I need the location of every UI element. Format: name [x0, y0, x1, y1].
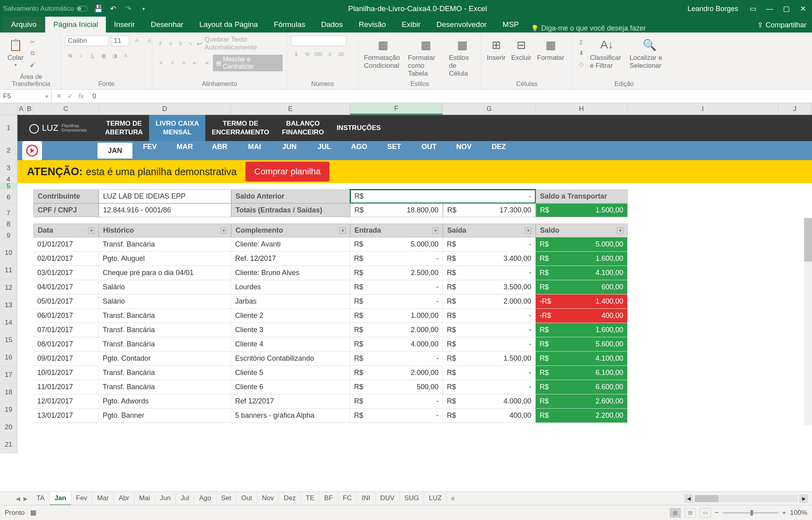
value-contribuinte[interactable]: LUZ LAB DE IDEIAS EPP: [99, 189, 231, 203]
cell-data[interactable]: 09/01/2017: [33, 352, 99, 366]
month-tab-fev[interactable]: FEV: [132, 143, 167, 159]
paste-button[interactable]: 📋 Colar ▾: [6, 36, 25, 68]
th-entrada[interactable]: Entrada▾: [350, 224, 443, 237]
sheet-nav-prev-icon[interactable]: ◀: [16, 495, 20, 502]
row-header[interactable]: 15: [0, 331, 17, 349]
col-header-c[interactable]: C: [33, 103, 99, 115]
sheet-tab-set[interactable]: Set: [216, 492, 237, 505]
font-size-combo[interactable]: 11: [111, 36, 129, 46]
sheet-tab-fev[interactable]: Fev: [71, 492, 92, 505]
value-cpf[interactable]: 12.844.916 - 0001/86: [99, 203, 231, 217]
filter-icon[interactable]: ▾: [339, 228, 346, 234]
sheet-tab-jul[interactable]: Jul: [176, 492, 195, 505]
cond-format-button[interactable]: ▦Formatação Condicional: [362, 36, 404, 71]
month-tab-jun[interactable]: JUN: [272, 143, 307, 159]
cell-saida[interactable]: R$3.500,00: [443, 280, 536, 294]
align-middle-icon[interactable]: ≡: [166, 38, 174, 49]
view-normal-icon[interactable]: ▦: [670, 508, 681, 518]
month-tab-dez[interactable]: DEZ: [481, 143, 516, 159]
cell-saida[interactable]: R$-: [443, 337, 536, 352]
row-header[interactable]: 19: [0, 401, 17, 419]
cell-saida[interactable]: R$2.000,00: [443, 294, 536, 309]
cell-historico[interactable]: Pgto. Banner: [99, 409, 231, 423]
find-select-button[interactable]: 🔍Localizar e Selecionar: [628, 36, 672, 71]
cell-data[interactable]: 04/01/2017: [33, 280, 99, 294]
cell-entrada[interactable]: R$-: [350, 294, 443, 309]
share-button[interactable]: ⇪ Compartilhar: [752, 17, 812, 32]
new-sheet-button[interactable]: ⊕: [447, 493, 459, 504]
align-left-icon[interactable]: ≡: [156, 58, 166, 68]
month-tab-out[interactable]: OUT: [412, 143, 446, 159]
cell-complemento[interactable]: Cliente 4: [231, 337, 350, 352]
cell-entrada[interactable]: R$-: [350, 394, 443, 409]
sheet-tab-ini[interactable]: INI: [357, 492, 375, 505]
tab-layout[interactable]: Layout da Página: [192, 17, 266, 32]
cell-complemento[interactable]: Cliente 6: [231, 380, 350, 394]
filter-icon[interactable]: ▾: [88, 228, 94, 234]
save-icon[interactable]: 💾: [94, 4, 103, 13]
th-historico[interactable]: Histórico▾: [99, 224, 231, 237]
cell-historico[interactable]: Transf. Bancária: [99, 366, 231, 380]
cell-data[interactable]: 08/01/2017: [33, 337, 99, 352]
cell-complemento[interactable]: Cliente 2: [231, 309, 350, 323]
cell-entrada[interactable]: R$5.000,00: [350, 237, 443, 252]
cell-entrada[interactable]: R$500,00: [350, 380, 443, 394]
row-header[interactable]: 20: [0, 419, 17, 436]
nav-livro-caixa[interactable]: LIVRO CAIXAMENSAL: [149, 115, 205, 141]
sort-filter-button[interactable]: A↓Classificar e Filtrar: [588, 36, 626, 71]
sheet-tab-nov[interactable]: Nov: [257, 492, 279, 505]
month-tab-ago[interactable]: AGO: [342, 143, 377, 159]
filter-icon[interactable]: ▾: [432, 228, 439, 234]
nav-instrucoes[interactable]: INSTRUÇÕES: [330, 115, 387, 141]
row-header[interactable]: 9: [0, 228, 17, 244]
cell-data[interactable]: 10/01/2017: [33, 366, 99, 380]
month-tab-abr[interactable]: ABR: [202, 143, 237, 159]
minimize-icon[interactable]: —: [764, 3, 776, 15]
cell-data[interactable]: 03/01/2017: [33, 266, 99, 280]
cell-complemento[interactable]: Ref. 12/2017: [231, 252, 350, 266]
nav-termo-abertura[interactable]: TERMO DEABERTURA: [99, 115, 149, 141]
month-tab-mai[interactable]: MAI: [237, 143, 272, 159]
month-tab-mar[interactable]: MAR: [167, 143, 202, 159]
cell-complemento[interactable]: Escritório Contabilizando: [231, 352, 350, 366]
row-header[interactable]: 21: [0, 436, 17, 453]
cut-icon[interactable]: ✂: [28, 37, 37, 47]
zoom-out-icon[interactable]: −: [715, 509, 719, 517]
sheet-tab-abr[interactable]: Abr: [114, 492, 134, 505]
play-button[interactable]: [22, 141, 42, 160]
align-center-icon[interactable]: ≡: [168, 58, 178, 68]
zoom-slider[interactable]: [723, 512, 778, 514]
col-header-e[interactable]: E: [231, 103, 350, 115]
formula-input[interactable]: 0: [88, 92, 812, 100]
cell-data[interactable]: 07/01/2017: [33, 323, 99, 337]
undo-icon[interactable]: ↶: [109, 4, 118, 13]
wrap-text-button[interactable]: ↩ Quebrar Texto Automaticamente: [197, 36, 283, 52]
horizontal-scrollbar[interactable]: ◀ ▶: [684, 494, 812, 503]
row-header[interactable]: 1: [0, 115, 17, 141]
underline-icon[interactable]: S: [87, 51, 98, 61]
cell-historico[interactable]: Salário: [99, 280, 231, 294]
filter-icon[interactable]: ▾: [525, 228, 531, 234]
decimal-dec-icon[interactable]: .00: [335, 49, 346, 59]
currency-icon[interactable]: $: [291, 49, 301, 59]
decimal-inc-icon[interactable]: .0: [324, 49, 335, 59]
select-all-button[interactable]: [0, 103, 17, 115]
tab-file[interactable]: Arquivo: [3, 17, 44, 32]
cell-data[interactable]: 02/01/2017: [33, 252, 99, 266]
tab-msp[interactable]: MSP: [495, 17, 527, 32]
cell-entrada[interactable]: R$1.000,00: [350, 309, 443, 323]
name-box[interactable]: F5 ▾: [0, 90, 52, 103]
buy-button[interactable]: Comprar planilha: [245, 162, 329, 182]
cell-saida[interactable]: R$1.500,00: [443, 352, 536, 366]
nav-balanco[interactable]: BALANÇOFINANCEIRO: [276, 115, 330, 141]
copy-icon[interactable]: ⧉: [28, 48, 37, 58]
cell-historico[interactable]: Pgto. Contador: [99, 352, 231, 366]
indent-right-icon[interactable]: ⇥: [202, 58, 212, 68]
cell-historico[interactable]: Transf. Bancária: [99, 380, 231, 394]
tab-draw[interactable]: Desenhar: [143, 17, 191, 32]
col-header-d[interactable]: D: [99, 103, 231, 115]
close-icon[interactable]: ✕: [797, 3, 809, 15]
view-page-break-icon[interactable]: ▭: [700, 508, 711, 518]
cell-data[interactable]: 11/01/2017: [33, 380, 99, 394]
accept-icon[interactable]: ✓: [67, 92, 73, 100]
